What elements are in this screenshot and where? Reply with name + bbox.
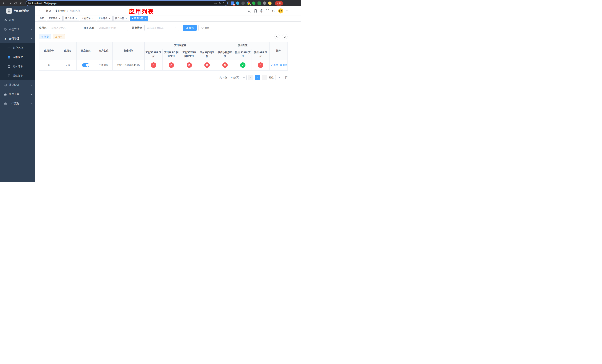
toggle-search-button[interactable] xyxy=(275,34,280,39)
add-button[interactable]: 新增 xyxy=(39,34,51,39)
address-bar[interactable]: localhost:1024/pay/app xyxy=(26,1,227,6)
fullscreen-icon[interactable] xyxy=(266,10,269,12)
breadcrumb-home[interactable]: 首页 xyxy=(46,9,51,13)
breadcrumb-separator: / xyxy=(53,10,54,12)
browser-toolbar: localhost:1024/pay/app 10 1 更新 ⋮ xyxy=(0,0,301,6)
extension-icon[interactable] xyxy=(258,1,261,5)
tab-label: 应用信息 xyxy=(134,17,143,20)
profile-avatar-icon[interactable] xyxy=(268,1,272,5)
app-name-input[interactable] xyxy=(49,25,80,31)
tab-user-group[interactable]: 用户分组 xyxy=(64,16,79,21)
search-icon xyxy=(276,36,279,38)
extensions-puzzle-icon[interactable] xyxy=(263,1,266,5)
key-icon[interactable] xyxy=(214,2,217,4)
share-icon[interactable] xyxy=(218,2,221,4)
tab-refund-order[interactable]: 退款订单 xyxy=(97,16,113,21)
prev-page-button[interactable] xyxy=(248,75,253,80)
delete-link[interactable]: 删除 xyxy=(280,64,288,67)
extension-icon[interactable] xyxy=(241,1,245,5)
chevron-down-icon xyxy=(31,93,32,95)
col-header-id: 应用编号 xyxy=(39,42,59,60)
chevron-down-icon xyxy=(175,27,177,29)
refresh-icon xyxy=(284,36,286,38)
sidebar-item-pay-order[interactable]: ¥ 支付订单 xyxy=(0,62,35,71)
col-header-name: 应用名 xyxy=(59,42,77,60)
user-avatar[interactable] xyxy=(278,8,283,14)
sidebar: 芋道管理系统 首页 系统管理 ¥ 支付管理 xyxy=(0,6,35,182)
col-header-merchant: 商户名称 xyxy=(95,42,113,60)
search-icon[interactable] xyxy=(248,10,251,13)
search-button[interactable]: 搜索 xyxy=(183,25,197,31)
sidebar-item-app-info[interactable]: 应用信息 xyxy=(0,53,35,62)
close-icon[interactable] xyxy=(75,17,77,20)
page-number[interactable]: 1 xyxy=(255,75,260,80)
delete-link-label: 删除 xyxy=(283,64,288,67)
breadcrumb-section[interactable]: 支付管理 xyxy=(55,9,65,13)
info-icon[interactable] xyxy=(28,2,31,4)
toolbox-icon xyxy=(4,93,7,96)
tab-merchant-info[interactable]: 商户信息 xyxy=(113,16,129,21)
home-icon[interactable] xyxy=(19,1,24,6)
font-size-icon[interactable]: TT xyxy=(272,10,275,12)
sidebar-item-system[interactable]: 系统管理 xyxy=(0,25,35,34)
url-text[interactable]: localhost:1024/pay/app xyxy=(32,2,213,5)
refresh-table-button[interactable] xyxy=(282,34,288,39)
sidebar-logo[interactable]: 芋道管理系统 xyxy=(0,6,35,16)
breadcrumb-current: 应用信息 xyxy=(70,9,80,13)
tab-pay-order[interactable]: 支付订单 xyxy=(80,16,96,21)
sidebar-item-merchant-info[interactable]: 商户信息 xyxy=(0,43,35,53)
top-navbar: 首页 / 支付管理 / 应用信息 应用列表 ? xyxy=(35,6,301,16)
sidebar-item-home[interactable]: 首页 xyxy=(0,16,35,25)
reload-icon[interactable] xyxy=(13,1,18,6)
briefcase-icon xyxy=(4,102,7,105)
sidebar-item-infra[interactable]: 基础设施 xyxy=(0,80,35,90)
tab-home[interactable]: 首页 xyxy=(38,16,46,21)
search-button-label: 搜索 xyxy=(189,26,194,30)
merchant-name-input[interactable] xyxy=(97,25,128,31)
export-button[interactable]: 导出 xyxy=(53,34,65,39)
help-icon[interactable]: ? xyxy=(260,9,263,13)
close-icon[interactable] xyxy=(144,17,147,20)
extension-icon[interactable]: 10 xyxy=(231,1,234,5)
goto-page-input[interactable] xyxy=(275,75,283,80)
close-icon[interactable] xyxy=(92,17,94,20)
tab-app-info[interactable]: 应用信息 xyxy=(130,16,148,21)
status-toggle[interactable] xyxy=(82,63,89,67)
page-size-value: 10条/页 xyxy=(231,76,239,79)
hamburger-icon[interactable] xyxy=(38,10,43,12)
status-select[interactable]: 请选择开启状态 xyxy=(144,25,179,31)
bookmark-star-icon[interactable] xyxy=(222,2,225,5)
enabled-check-icon xyxy=(240,62,246,68)
user-menu-caret-icon[interactable] xyxy=(286,11,288,11)
sidebar-item-label: 工作流程 xyxy=(9,102,19,105)
col-header-alipay-wap: 支付宝 WAP 网站支付 xyxy=(180,49,198,60)
extension-icon[interactable] xyxy=(236,1,239,5)
extension-icon[interactable]: 1 xyxy=(247,1,250,5)
pagination-total: 共 1 条 xyxy=(220,76,227,79)
table-toolbar: 新增 导出 xyxy=(39,34,288,39)
edit-link[interactable]: 修改 xyxy=(270,64,278,67)
filter-label-merchant: 商户名称 xyxy=(84,26,94,30)
col-header-actions: 操作 xyxy=(269,42,288,60)
pay-order-icon: ¥ xyxy=(7,65,11,68)
sidebar-item-dev-tools[interactable]: 研发工具 xyxy=(0,90,35,99)
close-icon[interactable] xyxy=(58,17,61,20)
extension-icon[interactable] xyxy=(252,1,256,5)
next-page-button[interactable] xyxy=(262,75,267,80)
github-icon[interactable] xyxy=(254,9,257,13)
forward-icon[interactable] xyxy=(7,1,12,6)
reset-button[interactable]: 重置 xyxy=(198,25,212,31)
sidebar-item-refund-order[interactable]: 退款订单 xyxy=(0,71,35,80)
browser-menu-icon[interactable]: ⋮ xyxy=(285,1,288,5)
sidebar-item-workflow[interactable]: 工作流程 xyxy=(0,99,35,108)
page-size-select[interactable]: 10条/页 xyxy=(229,75,247,80)
close-icon[interactable] xyxy=(108,17,111,20)
browser-update-button[interactable]: 更新 xyxy=(275,1,283,6)
sidebar-item-label: 商户信息 xyxy=(13,46,23,50)
chevron-down-icon xyxy=(31,103,32,104)
back-icon[interactable] xyxy=(1,1,7,6)
tab-process-form[interactable]: 流程表单 xyxy=(47,16,63,21)
sidebar-item-payment[interactable]: ¥ 支付管理 xyxy=(0,34,35,43)
close-icon[interactable] xyxy=(125,17,128,20)
screen: localhost:1024/pay/app 10 1 更新 ⋮ xyxy=(0,0,301,182)
